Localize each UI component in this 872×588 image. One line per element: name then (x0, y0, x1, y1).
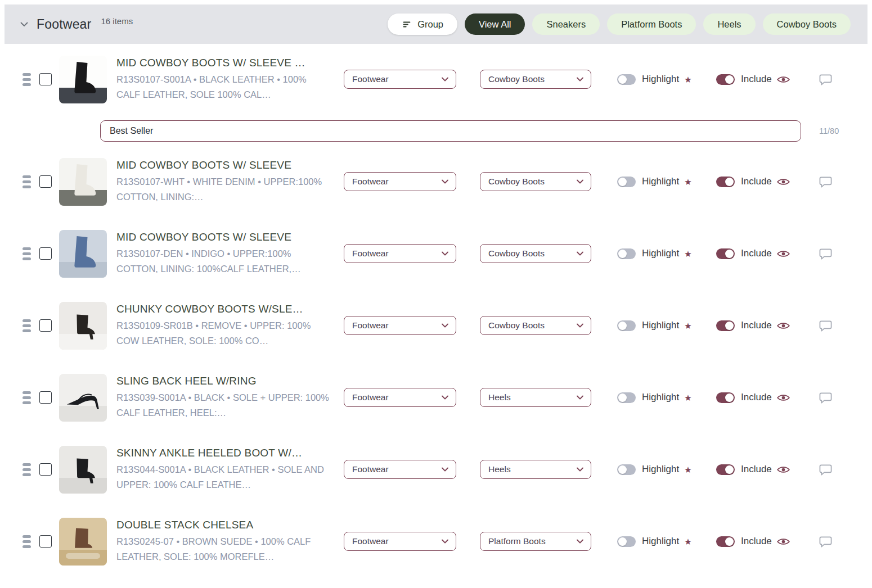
collapse-chevron-icon[interactable] (20, 22, 28, 27)
filter-pill-view-all[interactable]: View All (465, 13, 525, 35)
chevron-down-icon (442, 179, 448, 184)
eye-icon[interactable] (776, 75, 790, 84)
toggle-knob (618, 178, 627, 186)
product-row: MID COWBOY BOOTS W/ SLEEVE R13S0107-DEN … (0, 218, 872, 289)
filter-pill-platform-boots[interactable]: Platform Boots (607, 13, 696, 35)
drag-handle[interactable] (23, 463, 32, 476)
note-row: 11/80 (100, 120, 872, 142)
include-group: Include (716, 464, 792, 475)
star-icon[interactable]: ★ (684, 322, 691, 330)
category-dropdown[interactable]: Footwear (344, 460, 456, 479)
group-button[interactable]: Group (388, 13, 457, 35)
chevron-down-icon (577, 179, 583, 184)
drag-handle[interactable] (23, 247, 32, 260)
comment-icon[interactable] (819, 247, 833, 260)
product-thumbnail (59, 158, 107, 206)
drag-handle[interactable] (23, 319, 32, 332)
include-toggle[interactable] (716, 248, 735, 259)
comment-icon[interactable] (819, 175, 833, 188)
include-group: Include (716, 536, 792, 547)
highlight-toggle[interactable] (617, 392, 636, 403)
eye-icon[interactable] (776, 537, 790, 546)
product-subtitle: R13S039-S001A • BLACK • SOLE + UPPER: 10… (116, 390, 329, 420)
filter-pill-sneakers[interactable]: Sneakers (532, 13, 600, 35)
eye-icon[interactable] (776, 465, 790, 474)
row-checkbox[interactable] (39, 535, 52, 548)
include-toggle[interactable] (716, 177, 735, 187)
subcategory-dropdown[interactable]: Cowboy Boots (480, 316, 591, 335)
include-toggle[interactable] (716, 464, 735, 475)
comment-icon[interactable] (819, 391, 833, 404)
include-label: Include (741, 248, 772, 259)
category-value: Footwear (352, 248, 389, 259)
drag-handle[interactable] (23, 175, 32, 188)
category-value: Footwear (352, 74, 389, 84)
product-photo-icon (64, 449, 102, 490)
row-checkbox[interactable] (39, 73, 52, 85)
row-checkbox[interactable] (39, 247, 52, 260)
star-icon[interactable]: ★ (684, 178, 691, 186)
product-thumbnail (59, 230, 107, 278)
product-photo-icon (64, 58, 102, 99)
product-title: MID COWBOY BOOTS W/ SLEEVE (116, 159, 329, 171)
include-toggle[interactable] (716, 74, 735, 85)
category-dropdown[interactable]: Footwear (344, 532, 456, 551)
subcategory-dropdown[interactable]: Heels (480, 460, 591, 479)
star-icon[interactable]: ★ (684, 537, 691, 546)
subcategory-dropdown[interactable]: Cowboy Boots (480, 70, 591, 89)
star-icon[interactable]: ★ (684, 75, 691, 84)
drag-handle[interactable] (23, 535, 32, 548)
category-dropdown[interactable]: Footwear (344, 388, 456, 407)
subcategory-dropdown[interactable]: Platform Boots (480, 532, 591, 551)
highlight-toggle[interactable] (617, 536, 636, 547)
category-dropdown[interactable]: Footwear (344, 70, 456, 89)
row-checkbox[interactable] (39, 463, 52, 476)
include-group: Include (716, 74, 792, 85)
toggle-knob (618, 250, 627, 258)
note-input[interactable] (100, 120, 801, 142)
row-checkbox[interactable] (39, 319, 52, 332)
star-icon[interactable]: ★ (684, 465, 691, 474)
subcategory-dropdown[interactable]: Heels (480, 388, 591, 407)
row-checkbox[interactable] (39, 175, 52, 188)
drag-handle[interactable] (23, 73, 32, 86)
toggle-knob (725, 322, 734, 330)
include-toggle[interactable] (716, 320, 735, 331)
filter-pill-cowboy-boots[interactable]: Cowboy Boots (763, 13, 851, 35)
eye-icon[interactable] (776, 321, 790, 331)
comment-icon[interactable] (819, 319, 833, 332)
star-icon[interactable]: ★ (684, 250, 691, 258)
row-checkbox[interactable] (39, 391, 52, 404)
product-thumbnail (59, 302, 107, 350)
subcategory-dropdown[interactable]: Cowboy Boots (480, 244, 591, 263)
include-toggle[interactable] (716, 536, 735, 547)
highlight-toggle[interactable] (617, 248, 636, 259)
comment-icon[interactable] (819, 73, 833, 86)
product-subtitle: R13S0107-WHT • WHITE DENIM • UPPER:100% … (116, 174, 329, 205)
highlight-toggle[interactable] (617, 464, 636, 475)
thumb-sole (66, 553, 100, 559)
star-icon[interactable]: ★ (684, 393, 691, 402)
include-toggle[interactable] (716, 392, 735, 403)
comment-icon[interactable] (819, 535, 833, 548)
drag-handle[interactable] (23, 391, 32, 404)
comment-icon[interactable] (819, 463, 833, 476)
category-dropdown[interactable]: Footwear (344, 172, 456, 191)
highlight-label: Highlight (642, 320, 679, 331)
highlight-toggle[interactable] (617, 320, 636, 331)
include-label: Include (741, 320, 772, 331)
highlight-toggle[interactable] (617, 74, 636, 85)
eye-icon[interactable] (776, 249, 790, 259)
filter-pill-heels[interactable]: Heels (703, 13, 755, 35)
category-dropdown[interactable]: Footwear (344, 244, 456, 263)
highlight-toggle[interactable] (617, 177, 636, 187)
include-group: Include (716, 248, 792, 259)
eye-icon[interactable] (776, 177, 790, 187)
eye-icon[interactable] (776, 393, 790, 402)
toggle-knob (618, 322, 627, 330)
subcategory-dropdown[interactable]: Cowboy Boots (480, 172, 591, 191)
toggle-knob (725, 537, 734, 546)
category-dropdown[interactable]: Footwear (344, 316, 456, 335)
product-row: MID COWBOY BOOTS W/ SLEEVE … R13S0107-S0… (0, 44, 872, 142)
toggle-knob (618, 393, 627, 402)
